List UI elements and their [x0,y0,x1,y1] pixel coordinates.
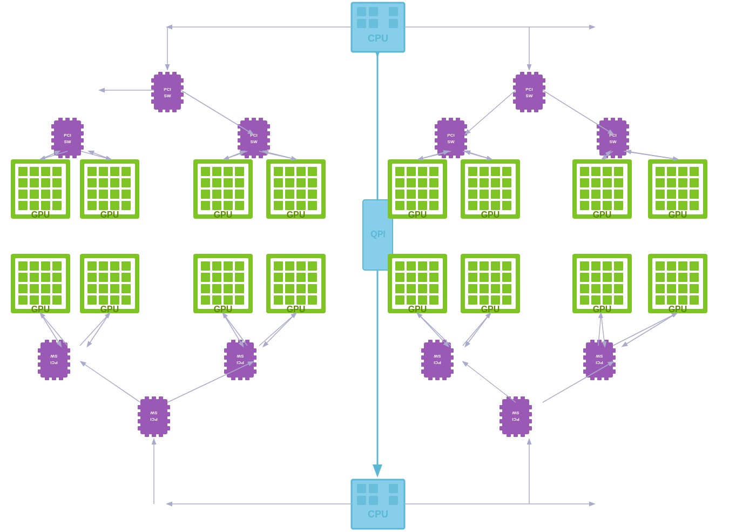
svg-text:GPU: GPU [669,210,687,219]
svg-rect-485 [591,261,600,271]
svg-rect-202 [528,412,532,416]
svg-rect-155 [421,355,426,360]
svg-rect-515 [656,295,665,305]
svg-rect-69 [541,85,545,90]
svg-rect-259 [235,167,244,176]
svg-rect-304 [418,190,427,199]
svg-rect-343 [614,190,623,199]
svg-text:PCI: PCI [434,360,441,365]
svg-rect-224 [41,178,50,187]
svg-rect-268 [201,201,210,210]
svg-text:SW: SW [251,139,258,144]
svg-rect-436 [285,284,294,293]
pci-sw-bl: PCI SW [38,340,70,380]
svg-rect-416 [201,284,210,293]
svg-rect-397 [87,284,97,293]
svg-rect-156 [421,348,426,353]
svg-rect-91 [456,118,460,122]
svg-rect-187 [138,426,142,430]
svg-rect-399 [110,284,119,293]
svg-rect-327 [491,201,500,210]
svg-rect-450 [395,273,404,282]
gpu16-to-pci-brf [623,313,677,346]
svg-rect-503 [656,261,665,271]
svg-rect-476 [502,284,511,293]
svg-rect-226 [18,190,28,199]
svg-rect-269 [212,201,221,210]
svg-rect-279 [274,178,283,187]
svg-rect-177 [604,340,609,344]
svg-rect-417 [212,284,221,293]
svg-rect-456 [418,284,427,293]
svg-rect-8 [389,484,398,493]
svg-rect-29 [54,120,81,156]
svg-rect-398 [99,284,108,293]
svg-text:SW: SW [610,139,617,144]
svg-rect-392 [122,261,131,271]
svg-rect-340 [580,190,589,199]
svg-rect-139 [224,348,228,353]
svg-rect-440 [285,295,294,305]
gpu-3: GPU [193,159,253,219]
svg-rect-223 [30,178,39,187]
svg-rect-33 [51,145,56,150]
svg-rect-455 [407,284,416,293]
svg-rect-438 [308,284,317,293]
gpu9-to-pci-bl [40,313,61,346]
svg-rect-496 [580,295,589,305]
svg-rect-332 [580,167,589,176]
pci-sw-brm: PCI SW [500,396,532,437]
svg-text:PCI: PCI [64,133,71,138]
svg-rect-248 [122,190,131,199]
svg-rect-242 [99,178,108,187]
svg-rect-51 [266,124,270,129]
svg-rect-465 [468,261,477,271]
svg-rect-30 [51,124,56,129]
svg-rect-357 [678,178,687,187]
svg-rect-281 [296,178,306,187]
svg-rect-114 [40,342,68,378]
svg-rect-154 [421,362,426,367]
svg-rect-315 [491,167,500,176]
svg-rect-135 [252,348,256,353]
svg-rect-36 [79,138,84,143]
svg-rect-178 [597,340,602,344]
svg-rect-461 [429,295,438,305]
svg-rect-7 [369,484,378,493]
svg-rect-77 [534,108,538,112]
svg-rect-185 [166,412,170,416]
gpu13-to-pci-br [417,313,448,346]
svg-rect-516 [667,295,676,305]
svg-rect-15 [151,92,156,97]
svg-rect-117 [66,355,70,360]
gpu-2: GPU [80,159,139,219]
svg-rect-271 [235,201,244,210]
svg-rect-138 [224,355,228,360]
svg-rect-54 [266,145,270,150]
svg-rect-193 [145,433,149,437]
svg-rect-84 [435,145,439,150]
svg-rect-175 [597,376,602,380]
svg-text:GPU: GPU [287,305,306,314]
svg-rect-306 [395,201,404,210]
svg-text:GPU: GPU [593,305,612,314]
svg-rect-288 [285,201,294,210]
svg-rect-263 [235,178,244,187]
svg-rect-316 [502,167,511,176]
svg-rect-363 [656,201,665,210]
svg-text:SW: SW [237,354,244,359]
svg-rect-289 [296,201,306,210]
svg-rect-430 [308,261,317,271]
svg-rect-37 [79,145,84,150]
svg-rect-182 [140,399,167,434]
svg-rect-35 [79,131,84,136]
svg-rect-390 [99,261,108,271]
svg-text:GPU: GPU [31,305,50,314]
svg-rect-241 [87,178,97,187]
gpu6-to-pci-trm [465,151,491,159]
svg-text:GPU: GPU [593,210,612,219]
gpu-12: GPU [266,254,326,314]
svg-rect-375 [30,273,39,282]
svg-rect-451 [407,273,416,282]
svg-rect-257 [212,167,221,176]
